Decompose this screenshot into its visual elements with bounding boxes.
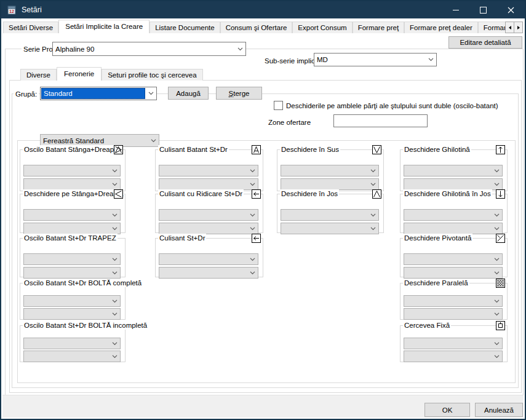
subserie-value: MD	[314, 56, 425, 63]
cancel-button[interactable]: Anulează	[475, 403, 523, 417]
open-down-icon	[372, 189, 381, 199]
minimize-button[interactable]	[442, 1, 469, 18]
close-icon	[508, 7, 514, 14]
tab-setari-implicite-la-creare[interactable]: Setări Implicite la Creare	[58, 20, 149, 33]
opening-type-select[interactable]	[23, 223, 121, 234]
serie-profile-select[interactable]: Alphaline 90	[52, 42, 246, 56]
maximize-button[interactable]	[469, 1, 497, 18]
tab-consum-si-ofertare[interactable]: Consum şi Ofertare	[220, 22, 293, 33]
opening-group-culisant-cu-ridicare-st-dr: Culisant cu Ridicare St+Dr	[155, 194, 263, 233]
opening-type-select[interactable]	[404, 295, 503, 307]
chevron-down-icon	[109, 312, 120, 316]
opening-group-oscilo-batant-st-dr-bolta-incompleta: Oscilo Batant St+Dr BOLTĂ incompletă	[20, 325, 126, 362]
grupa-select[interactable]: Standard	[40, 87, 157, 100]
window-title: Setări	[22, 6, 42, 14]
opening-type-select[interactable]	[23, 209, 121, 221]
adauga-button[interactable]: Adaugă	[168, 87, 209, 100]
opening-group-label: Cercevea Fixă	[403, 321, 451, 330]
chevron-down-icon	[234, 47, 245, 51]
opening-type-select[interactable]	[23, 308, 121, 320]
tab-scroll-left-button[interactable]	[505, 22, 514, 33]
pivot-icon	[496, 234, 505, 243]
settings-window: 12 Setări Setări DiverseSetări Implicite…	[0, 0, 526, 420]
opening-type-select[interactable]	[23, 165, 121, 176]
zone-ofertare-label: Zone ofertare	[266, 118, 313, 127]
opening-type-select[interactable]	[159, 223, 258, 234]
editare-detaliata-button[interactable]: Editare detaliată	[448, 36, 522, 49]
tab-scroll-right-button[interactable]	[514, 22, 523, 33]
opening-type-select[interactable]	[404, 178, 503, 190]
opening-type-select[interactable]	[404, 165, 503, 176]
chevron-down-icon	[491, 183, 502, 186]
ok-button[interactable]: OK	[424, 403, 470, 417]
opening-group-culisant-batant-st-dr: Culisant Batant St+Dr	[155, 149, 263, 191]
opening-type-select[interactable]	[404, 223, 503, 234]
chevron-down-icon	[491, 169, 502, 173]
tab-label: Seturi profile toc şi cercevea	[108, 71, 196, 79]
opening-group-label: Culisant Batant St+Dr	[158, 145, 229, 154]
opening-type-select[interactable]	[404, 338, 503, 349]
chevron-down-icon	[109, 169, 120, 173]
opening-group-label: Oscilo Batant St+Dr BOLTĂ incompletă	[23, 321, 148, 330]
opening-group-deschidere-ghilotina-in-jos: Deschidere Ghilotină în Jos	[400, 194, 508, 233]
opening-type-select[interactable]	[281, 178, 379, 190]
tab-label: Feronerie	[64, 70, 94, 77]
tab-setari-diverse[interactable]: Setări Diverse	[3, 22, 58, 33]
tab-feronerie[interactable]: Feronerie	[57, 67, 102, 81]
chevron-down-icon	[109, 342, 120, 346]
opening-type-select[interactable]	[159, 253, 258, 265]
chevron-down-icon	[109, 183, 120, 186]
zone-ofertare-input[interactable]	[333, 114, 428, 127]
chevron-down-icon	[367, 213, 378, 217]
opening-group-label: Deschidere pe Stânga+Dreapta	[23, 189, 124, 198]
chevron-down-icon	[491, 213, 502, 217]
opening-type-select[interactable]	[23, 178, 121, 190]
chevron-down-icon	[109, 227, 120, 231]
opening-group-label: Oscilo Batant Stânga+Dreapta	[23, 145, 121, 154]
opening-type-select[interactable]	[23, 267, 121, 279]
opening-type-select[interactable]	[23, 338, 121, 349]
opening-type-select[interactable]	[23, 253, 121, 265]
turn-icon	[114, 189, 123, 199]
opening-group-oscilo-batant-stanga-dreapta: Oscilo Batant Stânga+Dreapta	[20, 149, 126, 191]
opening-type-select[interactable]	[23, 351, 121, 362]
opening-type-select[interactable]	[281, 165, 379, 176]
serie-profile-value: Alphaline 90	[53, 46, 234, 53]
opening-type-select[interactable]	[281, 209, 379, 221]
tab-listare-documente[interactable]: Listare Documente	[149, 22, 220, 33]
tab-diverse[interactable]: Diverse	[20, 69, 57, 81]
tab-formare-pret[interactable]: Formare preţ	[353, 22, 404, 33]
opening-group-deschidere-in-jos: Deschidere în Jos	[277, 194, 384, 233]
opening-type-select[interactable]	[23, 295, 121, 307]
slide-left-icon	[252, 234, 261, 243]
opening-type-select[interactable]	[281, 223, 379, 234]
opening-group-cercevea-fixa: Cercevea Fixă	[400, 325, 508, 362]
duble-oscilo-checkbox[interactable]	[274, 101, 283, 110]
chevron-down-icon	[491, 355, 502, 359]
opening-type-select[interactable]	[159, 209, 258, 221]
tab-export-consum[interactable]: Export Consum	[292, 22, 352, 33]
arrow-left-icon	[508, 25, 512, 30]
tab-formare-pret-accesorii[interactable]: Formare preţ accesorii	[478, 22, 508, 33]
opening-type-select[interactable]	[404, 308, 503, 320]
opening-type-select[interactable]	[404, 209, 503, 221]
opening-type-select[interactable]	[404, 267, 503, 279]
close-button[interactable]	[497, 1, 525, 18]
opening-type-select[interactable]	[404, 351, 503, 362]
opening-group-label: Deschidere în Sus	[280, 145, 340, 154]
opening-type-select[interactable]	[159, 178, 258, 190]
opening-type-select[interactable]	[159, 267, 258, 279]
tab-label: Setări Diverse	[9, 24, 53, 31]
chevron-down-icon	[491, 271, 502, 275]
subserie-select[interactable]: MD	[314, 53, 437, 66]
opening-group-label: Culisant St+Dr	[158, 234, 206, 242]
tab-formare-pret-dealer[interactable]: Formare preţ dealer	[404, 22, 478, 33]
chevron-down-icon	[109, 213, 120, 217]
chevron-down-icon	[491, 312, 502, 316]
opening-type-select[interactable]	[159, 165, 258, 176]
opening-group-deschidere-in-sus: Deschidere în Sus	[277, 149, 384, 191]
grupa-label: Grupă:	[14, 90, 39, 98]
opening-type-select[interactable]	[404, 253, 503, 265]
sterge-button[interactable]: Şterge	[216, 87, 262, 100]
tab-seturi-profile-toc-si-cercevea[interactable]: Seturi profile toc şi cercevea	[102, 69, 202, 81]
